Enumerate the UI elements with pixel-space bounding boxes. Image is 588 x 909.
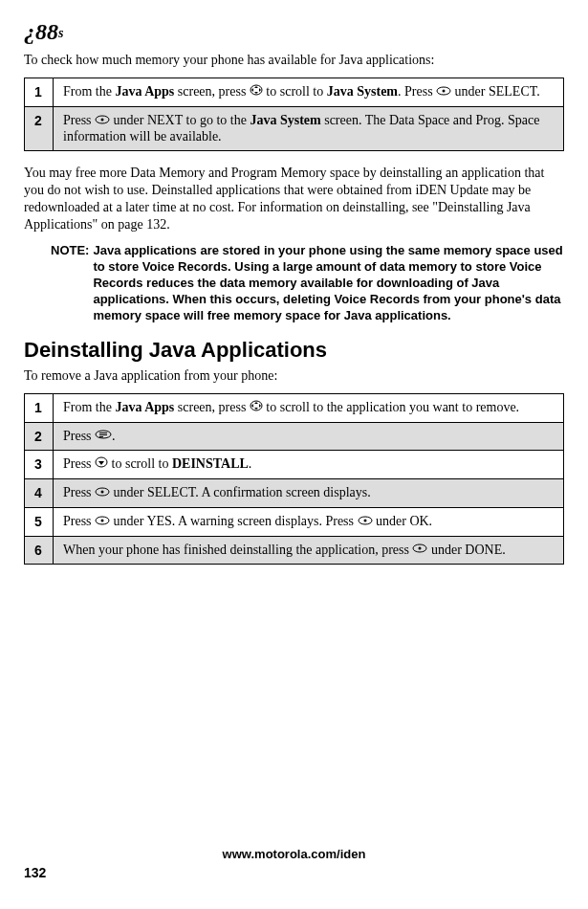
step-text-bold: Java System (250, 113, 320, 127)
nav-scroll-icon (250, 400, 263, 415)
step-number: 1 (25, 393, 54, 422)
svg-point-2 (443, 89, 446, 92)
table-row: 3 Press to scroll to DEINSTALL. (25, 451, 564, 479)
note-text: Java applications are stored in your pho… (93, 243, 564, 323)
softkey-icon (95, 514, 110, 529)
svg-point-12 (101, 490, 104, 493)
step-text-part: under SELECT. (451, 84, 540, 99)
svg-rect-8 (99, 434, 107, 435)
step-text: Press under NEXT to go to the Java Syste… (54, 106, 564, 150)
logo-main: ¿88 (24, 19, 58, 44)
section1-intro: To check how much memory your phone has … (24, 53, 564, 68)
step-text-part: under OK. (373, 514, 433, 528)
svg-point-14 (101, 519, 104, 521)
softkey-icon (436, 84, 451, 100)
step-text-part: screen, press (174, 84, 250, 99)
step-text-part: under SELECT. A confirmation screen disp… (110, 485, 371, 499)
step-text-part: under NEXT to go to the (110, 113, 250, 127)
section2-intro: To remove a Java application from your p… (24, 368, 564, 384)
table-row: 1 From the Java Apps screen, press to sc… (25, 393, 564, 422)
nav-scroll-icon (250, 84, 263, 100)
step-text-part: From the (63, 400, 115, 414)
note-label: NOTE: (51, 243, 93, 323)
step-number: 1 (25, 78, 54, 107)
step-text: Press . (54, 422, 564, 451)
table-row: 2 Press . (25, 422, 564, 451)
svg-point-16 (363, 519, 366, 521)
step-text-part: . (112, 429, 116, 443)
step-text-part: . Press (398, 84, 436, 99)
menu-icon (95, 428, 112, 443)
step-text: From the Java Apps screen, press to scro… (54, 393, 564, 422)
step-number: 3 (25, 451, 54, 479)
step-text-part: Press (63, 514, 95, 528)
step-text: From the Java Apps screen, press to scro… (54, 78, 564, 107)
table-row: 5 Press under YES. A warning screen disp… (25, 507, 564, 536)
step-number: 4 (25, 479, 54, 508)
section2-heading: Deinstalling Java Applications (24, 338, 564, 363)
softkey-icon (95, 113, 110, 128)
step-text-part: to scroll to (108, 456, 172, 471)
table-row: 6 When your phone has finished deinstall… (25, 536, 564, 565)
svg-point-4 (101, 118, 104, 121)
table-row: 2 Press under NEXT to go to the Java Sys… (25, 106, 564, 150)
step-text-bold: Java Apps (115, 84, 174, 99)
softkey-icon (358, 514, 373, 529)
step-text-part: to scroll to the application you want to… (263, 400, 519, 414)
step-text-part: under YES. A warning screen displays. Pr… (110, 514, 357, 528)
svg-point-18 (419, 547, 422, 550)
section2-steps-table: 1 From the Java Apps screen, press to sc… (24, 393, 564, 565)
svg-rect-7 (99, 432, 107, 433)
step-text-bold: DEINSTALL (172, 456, 249, 471)
step-text-bold: Java Apps (115, 400, 174, 414)
step-text-bold: Java System (327, 84, 398, 99)
step-text-part: Press (63, 485, 95, 499)
step-text-part: under DONE. (427, 543, 505, 557)
softkey-icon (95, 485, 110, 500)
step-text: Press under SELECT. A confirmation scree… (54, 479, 564, 508)
step-text-part: When your phone has finished deinstallin… (63, 543, 412, 557)
step-text: Press under YES. A warning screen displa… (54, 507, 564, 536)
product-logo: ¿88s (24, 19, 564, 45)
footer-url: www.motorola.com/iden (24, 847, 564, 861)
step-text-part: Press (63, 456, 95, 471)
page-number: 132 (24, 865, 564, 880)
step-text-part: . (249, 456, 252, 471)
step-text-part: From the (63, 84, 115, 99)
svg-rect-9 (99, 436, 103, 437)
step-text-part: Press (63, 429, 95, 443)
step-number: 5 (25, 507, 54, 536)
section1-paragraph: You may free more Data Memory and Progra… (24, 165, 564, 234)
table-row: 4 Press under SELECT. A confirmation scr… (25, 479, 564, 508)
table-row: 1 From the Java Apps screen, press to sc… (25, 78, 564, 107)
step-text: When your phone has finished deinstallin… (54, 536, 564, 565)
step-number: 2 (25, 422, 54, 451)
section1-steps-table: 1 From the Java Apps screen, press to sc… (24, 78, 564, 151)
step-text: Press to scroll to DEINSTALL. (54, 451, 564, 479)
step-text-part: Press (63, 113, 95, 127)
note-block: NOTE: Java applications are stored in yo… (51, 243, 564, 323)
step-number: 6 (25, 536, 54, 565)
page-footer: www.motorola.com/iden 132 (24, 847, 564, 880)
step-number: 2 (25, 106, 54, 150)
nav-down-icon (95, 456, 108, 472)
softkey-icon (412, 542, 427, 557)
step-text-part: to scroll to (263, 84, 327, 99)
logo-sub: s (58, 26, 63, 40)
step-text-part: screen, press (174, 400, 250, 414)
